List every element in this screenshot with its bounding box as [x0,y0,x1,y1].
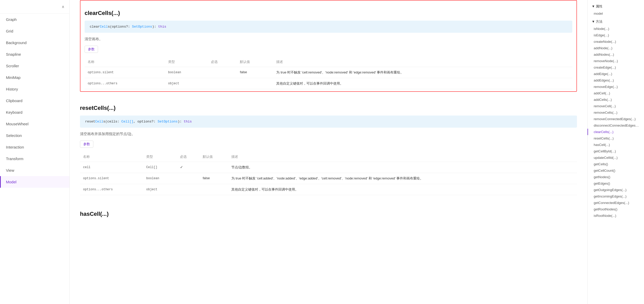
table-header: 类型 [165,57,208,67]
right-sidebar-item-addcell-----[interactable]: addCell(...) [588,90,644,96]
section-title-hasCell: hasCell(...) [80,206,577,217]
param-name: options...others [85,78,165,89]
sidebar-header: ∧ [0,0,69,14]
sidebar-item-selection[interactable]: Selection [0,130,69,141]
param-required [208,78,237,89]
right-sidebar-item-addnodes-----[interactable]: addNodes(...) [588,51,644,58]
section-description-resetCells: 清空画布并添加用指定的节点/边。 [80,132,577,136]
param-required: ✓ [177,162,200,173]
section-clearCells: clearCells(...)clearCells(options?: SetO… [80,0,577,92]
right-sidebar-item-resetcells-----[interactable]: resetCells(...) [588,135,644,142]
right-sidebar-group-title-1: ▼ 方法 [588,18,644,26]
right-sidebar-group-1: ▼ 方法isNode(...)isEdge(...)createNode(...… [588,18,644,219]
table-header: 默认值 [200,152,228,162]
param-type: boolean [165,67,208,78]
param-desc: 其他自定义键值对，可以在事件回调中使用。 [228,184,577,195]
params-toggle-resetCells[interactable]: 参数 [80,141,93,148]
table-row: cellCell[]✓节点/边数组。 [80,162,577,173]
right-sidebar-item-getoutgoingedges-----[interactable]: getOutgoingEdges(...) [588,187,644,193]
right-sidebar-item-addnode-----[interactable]: addNode(...) [588,45,644,51]
right-sidebar-item-createnode-----[interactable]: createNode(...) [588,38,644,45]
right-sidebar-item-isnode-----[interactable]: isNode(...) [588,26,644,32]
right-sidebar-item-addedges-----[interactable]: addEdges(...) [588,77,644,84]
param-name: cell [80,162,143,173]
param-desc: 节点/边数组。 [228,162,577,173]
section-title-clearCells: clearCells(...) [85,5,572,17]
right-sidebar-item-removenode-----[interactable]: removeNode(...) [588,58,644,64]
right-sidebar-group-title-0: ▼ 属性 [588,3,644,10]
code-block-clearCells: clearCells(options?: SetOptions): this [85,21,572,33]
table-row: options.silentbooleanfalse为 true 时不触发 'c… [80,173,577,184]
right-sidebar-item-getcells--[interactable]: getCells() [588,161,644,167]
table-row: options...othersobject其他自定义键值对，可以在事件回调中使… [80,184,577,195]
table-row: options...othersobject其他自定义键值对，可以在事件回调中使… [85,78,572,89]
param-required [177,173,200,184]
table-header: 描述 [273,57,572,67]
param-type: boolean [143,173,177,184]
sidebar-item-clipboard[interactable]: Clipboard [0,95,69,106]
right-sidebar-item-createedge-----[interactable]: createEdge(...) [588,64,644,71]
right-sidebar-item-getrootnodes--[interactable]: getRootNodes() [588,206,644,212]
param-desc: 为 true 时不触发 'cell:added'、'node:added'、'e… [228,173,577,184]
sidebar-item-keyboard[interactable]: Keyboard [0,106,69,118]
right-sidebar-item-isedge-----[interactable]: isEdge(...) [588,32,644,38]
params-table-clearCells: 名称类型必选默认值描述options.silentbooleanfalse为 t… [85,57,572,89]
sidebar-item-snapline[interactable]: Snapline [0,48,69,60]
param-default: false [200,173,228,184]
right-sidebar-item-removecells-----[interactable]: removeCells(...) [588,109,644,116]
right-sidebar-item-clearcells-----[interactable]: clearCells(...) [588,129,644,135]
table-header: 默认值 [237,57,273,67]
param-desc: 为 true 时不触发 'cell:removed'、'node:removed… [273,67,572,78]
right-sidebar-item-removeconnectededges-----[interactable]: removeConnectedEdges(...) [588,116,644,122]
params-toggle-clearCells[interactable]: 参数 [85,46,98,53]
sidebar-item-grid[interactable]: Grid [0,25,69,37]
sidebar-item-view[interactable]: View [0,165,69,176]
table-header: 描述 [228,152,577,162]
section-title-resetCells: resetCells(...) [80,100,577,111]
right-sidebar-item-updatecellid-----[interactable]: updateCellId(...) [588,154,644,161]
param-name: options.silent [85,67,165,78]
table-header: 类型 [143,152,177,162]
section-description-clearCells: 清空画布。 [85,37,572,42]
left-sidebar: ∧ GraphGridBackgroundSnaplineScrollerMin… [0,0,70,304]
param-name: options.silent [80,173,143,184]
right-sidebar-group-0: ▼ 属性model [588,3,644,17]
right-sidebar-item-getcellcount--[interactable]: getCellCount() [588,167,644,174]
right-sidebar-item-getedges--[interactable]: getEdges() [588,180,644,187]
main-content: clearCells(...)clearCells(options?: SetO… [70,0,587,304]
params-table-resetCells: 名称类型必选默认值描述cellCell[]✓节点/边数组。options.sil… [80,152,577,195]
param-default [200,184,228,195]
sidebar-item-history[interactable]: History [0,83,69,95]
sidebar-item-background[interactable]: Background [0,37,69,48]
chevron-up-icon: ∧ [62,5,64,9]
sidebar-item-scroller[interactable]: Scroller [0,60,69,72]
sidebar-item-model[interactable]: Model [0,176,69,188]
right-sidebar-item-removecell-----[interactable]: removeCell(...) [588,103,644,109]
table-header: 必选 [208,57,237,67]
param-default [200,162,228,173]
right-sidebar-item-addcells-----[interactable]: addCells(...) [588,96,644,103]
sidebar-item-mousewheel[interactable]: MouseWheel [0,118,69,130]
sidebar-item-graph[interactable]: Graph [0,14,69,25]
section-resetCells: resetCells(...)resetCells(cells: Cell[],… [80,100,577,195]
right-sidebar-item-getcellbyid-----[interactable]: getCellById(...) [588,148,644,154]
sidebar-nav: GraphGridBackgroundSnaplineScrollerMiniM… [0,14,69,188]
right-sidebar-item-getincomingedges-----[interactable]: getIncomingEdges(...) [588,193,644,200]
right-sidebar-item-getconnectededges-----[interactable]: getConnectedEdges(...) [588,200,644,206]
param-required [177,184,200,195]
param-desc: 其他自定义键值对，可以在事件回调中使用。 [273,78,572,89]
right-sidebar-item-disconnectconnectededges-----[interactable]: disconnectConnectedEdges(...) [588,122,644,129]
right-sidebar-item-removeedge-----[interactable]: removeEdge(...) [588,84,644,90]
sidebar-item-minimap[interactable]: MiniMap [0,72,69,83]
right-sidebar-item-getnodes--[interactable]: getNodes() [588,174,644,180]
param-required [208,67,237,78]
sidebar-item-transform[interactable]: Transform [0,153,69,165]
right-sidebar-item-hascell-----[interactable]: hasCell(...) [588,142,644,148]
section-hasCell: hasCell(...) [80,206,577,217]
right-sidebar-item-addedge-----[interactable]: addEdge(...) [588,71,644,77]
sidebar-item-interaction[interactable]: Interaction [0,141,69,153]
code-block-resetCells: resetCells(cells: Cell[], options?: SetO… [80,116,577,128]
right-sidebar-item-isrootnode-----[interactable]: isRootNode(...) [588,212,644,219]
param-type: object [165,78,208,89]
right-sidebar-item-model[interactable]: model [588,10,644,17]
